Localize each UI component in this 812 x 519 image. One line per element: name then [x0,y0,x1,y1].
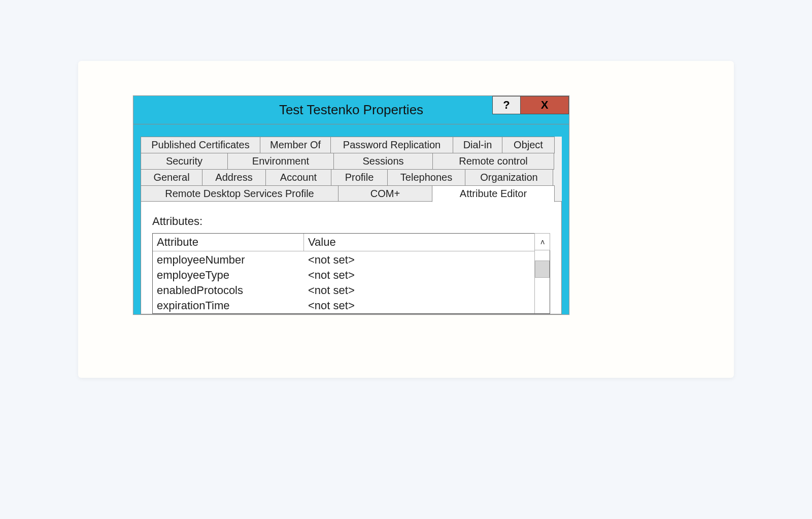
attr-name: employeeType [153,269,304,282]
column-header-attribute[interactable]: Attribute [153,234,304,251]
tab-published-certificates[interactable]: Published Certificates [141,137,260,153]
tab-dial-in[interactable]: Dial-in [453,137,502,153]
scroll-track[interactable] [535,250,550,313]
tab-profile[interactable]: Profile [331,169,388,186]
column-header-value[interactable]: Value [304,234,534,251]
tab-row-3: General Address Account Profile Telephon… [141,169,562,185]
tab-content: Attributes: Attribute Value employeeNumb… [141,201,562,314]
tab-account[interactable]: Account [265,169,331,186]
attr-name: enabledProtocols [153,284,304,297]
tab-organization[interactable]: Organization [465,169,553,186]
tab-member-of[interactable]: Member Of [260,137,331,153]
titlebar-buttons: ? X [492,96,569,114]
tab-security[interactable]: Security [141,153,228,170]
list-item[interactable]: enabledProtocols <not set> [153,283,534,298]
list-item[interactable]: employeeNumber <not set> [153,252,534,268]
properties-window: Test Testenko Properties ? X Published C… [133,95,569,315]
tab-general[interactable]: General [141,169,202,186]
close-button[interactable]: X [520,96,569,114]
tab-row-4: Remote Desktop Services Profile COM+ Att… [141,185,562,202]
window-client: Published Certificates Member Of Passwor… [133,124,569,314]
tab-password-replication[interactable]: Password Replication [330,137,453,153]
attr-name: employeeNumber [153,253,304,267]
attributes-label: Attributes: [152,215,550,228]
tab-sessions[interactable]: Sessions [333,153,433,170]
titlebar[interactable]: Test Testenko Properties ? X [133,96,569,124]
card-container: Test Testenko Properties ? X Published C… [78,61,734,378]
tab-rds-profile[interactable]: Remote Desktop Services Profile [141,185,339,202]
list-item[interactable]: expirationTime <not set> [153,298,534,313]
attr-value: <not set> [304,269,534,282]
chevron-up-icon: ʌ [540,238,545,246]
attr-value: <not set> [304,253,534,267]
window-title: Test Testenko Properties [279,102,423,118]
attributes-list-main: Attribute Value employeeNumber <not set>… [153,234,534,313]
attributes-list: Attribute Value employeeNumber <not set>… [152,233,550,314]
attr-value: <not set> [304,284,534,297]
tab-environment[interactable]: Environment [227,153,334,170]
attributes-list-body: employeeNumber <not set> employeeType <n… [153,251,534,313]
attributes-list-header: Attribute Value [153,234,534,251]
tab-object[interactable]: Object [502,137,555,153]
tab-row-2: Security Environment Sessions Remote con… [141,153,562,169]
tab-address[interactable]: Address [202,169,266,186]
tab-row-1: Published Certificates Member Of Passwor… [141,137,562,153]
scrollbar[interactable]: ʌ [534,234,550,313]
window-client-inner: Published Certificates Member Of Passwor… [141,137,562,314]
tab-telephones[interactable]: Telephones [387,169,465,186]
attr-name: expirationTime [153,299,304,312]
scroll-thumb[interactable] [535,261,550,278]
tab-remote-control[interactable]: Remote control [432,153,554,170]
list-item[interactable]: employeeType <not set> [153,268,534,283]
help-button[interactable]: ? [492,96,521,114]
close-icon: X [541,99,549,112]
tab-strip: Published Certificates Member Of Passwor… [141,137,562,202]
tab-com-plus[interactable]: COM+ [338,185,432,202]
attr-value: <not set> [304,299,534,312]
tab-attribute-editor[interactable]: Attribute Editor [432,185,555,202]
scroll-up-button[interactable]: ʌ [534,233,550,250]
help-icon: ? [503,99,510,112]
